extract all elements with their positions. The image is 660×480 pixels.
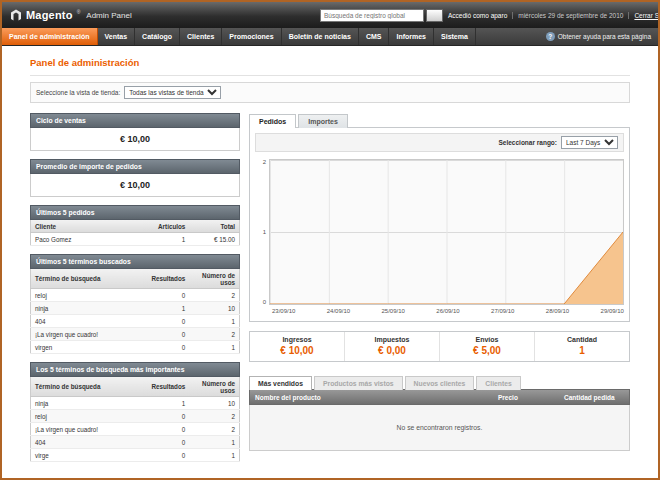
- search-term-row[interactable]: virgen 0 1: [31, 341, 240, 354]
- uses: 10: [189, 397, 239, 410]
- magento-logo-icon: [10, 9, 22, 21]
- uses: 2: [189, 423, 239, 436]
- range-bar: Seleccionar rango: Last 7 Days: [255, 133, 624, 152]
- col-resultados: Resultados: [143, 269, 189, 289]
- x-tick: 26/09/10: [436, 308, 459, 314]
- logged-in-as: Accedió como aparo: [443, 12, 512, 19]
- store-switcher-label: Seleccione la vista de tienda:: [36, 89, 120, 96]
- lifetime-sales-title: Ciclo de ventas: [30, 113, 240, 128]
- top-search-table: Término de búsqueda Resultados Número de…: [30, 377, 240, 462]
- total-value: 1: [535, 345, 629, 356]
- empty-records-message: No se encontraron registros.: [249, 405, 630, 451]
- search-term-row[interactable]: reloj 0 2: [31, 410, 240, 423]
- col-termino: Término de búsqueda: [31, 377, 144, 397]
- nav-item-informes[interactable]: Informes: [389, 28, 434, 45]
- logo-subtitle: Admin Panel: [86, 11, 131, 20]
- help-link[interactable]: ? Obtener ayuda para esta página: [546, 28, 658, 45]
- results: 0: [143, 423, 189, 436]
- global-search-button[interactable]: [426, 9, 443, 22]
- logo-registered-mark: ®: [77, 9, 81, 15]
- search-term-row[interactable]: 404 0 1: [31, 436, 240, 449]
- search-term-row[interactable]: reloj 0 2: [31, 289, 240, 302]
- tab-productos-mas-vistos[interactable]: Productos más vistos: [314, 376, 403, 390]
- col-cliente: Cliente: [31, 220, 144, 233]
- results: 0: [143, 315, 189, 328]
- search-term-row[interactable]: virge 0 1: [31, 449, 240, 462]
- uses: 10: [189, 302, 239, 315]
- nav-item-clientes[interactable]: Clientes: [180, 28, 222, 45]
- nav-item-boletin[interactable]: Boletín de noticias: [282, 28, 359, 45]
- col-precio: Precio: [493, 390, 559, 404]
- store-view-select[interactable]: Todas las vistas de tienda: [124, 86, 221, 99]
- header: Magento ® Admin Panel Accedió como aparo…: [2, 2, 658, 28]
- results: 0: [143, 289, 189, 302]
- magento-admin-page: Magento ® Admin Panel Accedió como aparo…: [0, 0, 660, 480]
- orders-chart-panel: Seleccionar rango: Last 7 Days 2 1 0: [249, 127, 630, 322]
- total-envios: Envíos € 5,00: [439, 332, 534, 361]
- col-resultados: Resultados: [143, 377, 189, 397]
- nav-item-sistema[interactable]: Sistema: [434, 28, 476, 45]
- term: ¡La virgen que cuadro!: [31, 328, 144, 341]
- chart-x-axis: 23/09/10 24/09/10 25/09/10 26/09/10 27/0…: [272, 308, 624, 314]
- uses: 1: [189, 341, 239, 354]
- x-tick: 28/09/10: [546, 308, 569, 314]
- last-search-panel: Últimos 5 términos buscados Término de b…: [30, 254, 240, 354]
- total-label: Cantidad: [535, 336, 629, 343]
- average-orders-panel: Promedio de importe de pedidos € 10,00: [30, 159, 240, 197]
- term: 404: [31, 436, 144, 449]
- nav-item-promociones[interactable]: Promociones: [222, 28, 281, 45]
- search-term-row[interactable]: ninja 1 10: [31, 397, 240, 410]
- tab-importes[interactable]: Importes: [298, 114, 348, 128]
- x-tick: 29/09/10: [601, 308, 624, 314]
- logout-link[interactable]: Cerrar Sesión: [628, 12, 660, 19]
- order-items: 1: [143, 233, 189, 246]
- order-total: € 15.00: [189, 233, 239, 246]
- term: ninja: [31, 302, 144, 315]
- total-value: € 5,00: [440, 345, 534, 356]
- x-tick: 25/09/10: [382, 308, 405, 314]
- term: virgen: [31, 341, 144, 354]
- total-label: Ingresos: [250, 336, 344, 343]
- help-icon: ?: [546, 32, 555, 41]
- uses: 1: [189, 449, 239, 462]
- dashboard-tabs: Pedidos Importes: [249, 113, 630, 127]
- tab-mas-vendidos[interactable]: Más vendidos: [249, 376, 312, 390]
- tab-clientes[interactable]: Clientes: [476, 376, 520, 390]
- search-term-row[interactable]: ¡La virgen que cuadro! 0 2: [31, 423, 240, 436]
- col-nombre-producto: Nombre del producto: [250, 390, 493, 404]
- uses: 1: [189, 436, 239, 449]
- tab-pedidos[interactable]: Pedidos: [249, 114, 296, 128]
- lifetime-sales-panel: Ciclo de ventas € 10,00: [30, 113, 240, 151]
- last-search-title: Últimos 5 términos buscados: [30, 254, 240, 269]
- col-articulos: Artículos: [143, 220, 189, 233]
- global-search-input[interactable]: [320, 9, 424, 22]
- dashboard-totals: Ingresos € 10,00 Impuestos € 0,00 Envíos…: [249, 331, 630, 362]
- range-label: Seleccionar rango:: [498, 139, 557, 146]
- order-row[interactable]: Paco Gomez 1 € 15.00: [31, 233, 240, 246]
- tab-nuevos-clientes[interactable]: Nuevos clientes: [405, 376, 475, 390]
- nav-item-dashboard[interactable]: Panel de administración: [2, 28, 98, 45]
- x-tick: 23/09/10: [272, 308, 295, 314]
- term: ninja: [31, 397, 144, 410]
- search-term-row[interactable]: ninja 1 10: [31, 302, 240, 315]
- content-area: Panel de administración Seleccione la vi…: [2, 46, 658, 478]
- main-nav: Panel de administración Ventas Catálogo …: [2, 28, 658, 46]
- search-term-row[interactable]: 404 0 1: [31, 315, 240, 328]
- x-tick: 27/09/10: [491, 308, 514, 314]
- store-switcher: Seleccione la vista de tienda: Todas las…: [30, 82, 630, 103]
- results: 1: [143, 302, 189, 315]
- range-select[interactable]: Last 7 Days: [561, 136, 618, 149]
- term: 404: [31, 315, 144, 328]
- nav-item-catalogo[interactable]: Catálogo: [135, 28, 180, 45]
- recent-orders-title: Últimos 5 pedidos: [30, 205, 240, 220]
- header-user-info: Accedió como aparo miércoles 29 de septi…: [443, 12, 660, 19]
- page-title: Panel de administración: [30, 57, 630, 68]
- results: 0: [143, 341, 189, 354]
- results: 0: [143, 328, 189, 341]
- search-term-row[interactable]: ¡La virgen que cuadro! 0 2: [31, 328, 240, 341]
- nav-item-ventas[interactable]: Ventas: [98, 28, 136, 45]
- help-label: Obtener ayuda para esta página: [558, 33, 651, 40]
- table-header-row: Término de búsqueda Resultados Número de…: [31, 377, 240, 397]
- results: 0: [143, 436, 189, 449]
- nav-item-cms[interactable]: CMS: [359, 28, 390, 45]
